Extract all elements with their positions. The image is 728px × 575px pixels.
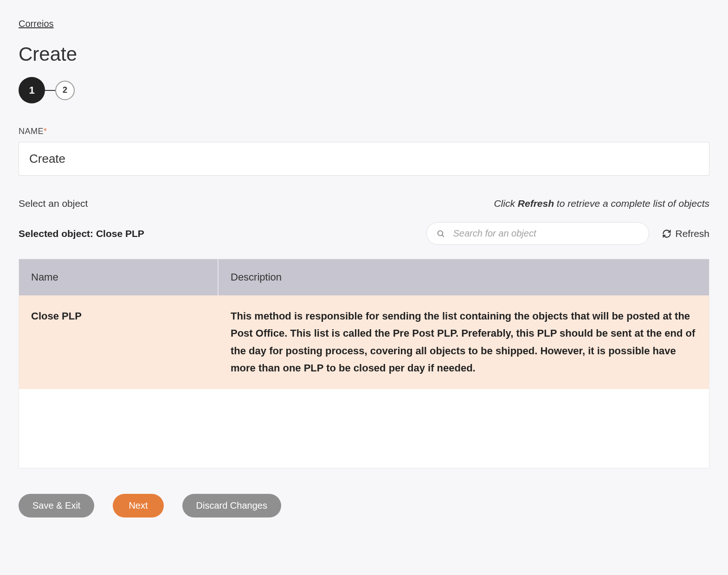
footer-actions: Save & Exit Next Discard Changes [19, 494, 709, 518]
search-input[interactable] [426, 222, 649, 245]
refresh-button[interactable]: Refresh [662, 228, 709, 239]
row-name: Close PLP [19, 295, 219, 389]
table-row[interactable]: Close PLP This method is responsible for… [19, 295, 709, 389]
name-input[interactable] [19, 142, 709, 176]
selected-name: Close PLP [96, 228, 144, 239]
name-label: NAME* [19, 127, 709, 136]
name-label-text: NAME [19, 127, 44, 136]
table-empty [19, 389, 709, 468]
hint-prefix: Click [494, 198, 517, 209]
search-icon [437, 230, 445, 238]
refresh-label: Refresh [675, 228, 709, 239]
step-1[interactable]: 1 [19, 77, 45, 103]
th-name[interactable]: Name [19, 259, 219, 295]
breadcrumb-link[interactable]: Correios [19, 19, 54, 29]
save-exit-button[interactable]: Save & Exit [19, 494, 94, 518]
row-description: This method is responsible for sending t… [219, 295, 709, 389]
next-button[interactable]: Next [113, 494, 163, 518]
page-title: Create [19, 43, 709, 65]
step-2[interactable]: 2 [55, 81, 75, 100]
stepper: 1 2 [19, 77, 709, 103]
select-object-label: Select an object [19, 198, 88, 209]
hint-suffix: to retrieve a complete list of objects [554, 198, 709, 209]
svg-point-0 [438, 230, 443, 236]
table-body: Close PLP This method is responsible for… [19, 295, 709, 468]
table-header: Name Description [19, 259, 709, 295]
search-wrap [426, 222, 649, 245]
discard-button[interactable]: Discard Changes [182, 494, 281, 518]
selected-object-text: Selected object: Close PLP [19, 228, 144, 239]
step-connector [45, 90, 55, 91]
th-description[interactable]: Description [219, 259, 709, 295]
selected-prefix: Selected object: [19, 228, 96, 239]
hint-bold: Refresh [518, 198, 554, 209]
svg-line-1 [442, 235, 444, 237]
object-table: Name Description Close PLP This method i… [19, 259, 709, 468]
refresh-icon [662, 229, 671, 238]
refresh-hint: Click Refresh to retrieve a complete lis… [494, 198, 709, 209]
required-asterisk: * [44, 127, 47, 136]
